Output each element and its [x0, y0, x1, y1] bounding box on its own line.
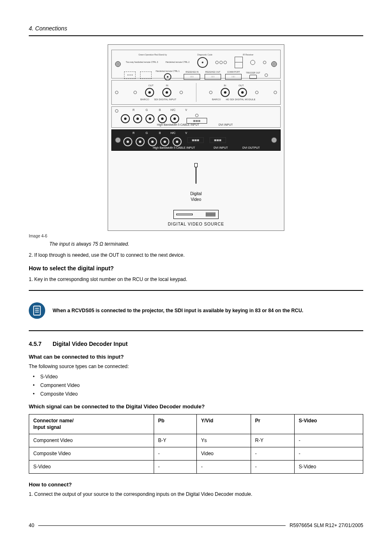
- table-cell: Video: [197, 447, 251, 460]
- bnc-icon: [121, 114, 130, 123]
- label: High Bandwidth 5 CABLE INPUT: [153, 146, 195, 150]
- divider: [29, 290, 363, 291]
- what-intro: The following source types can be connec…: [29, 363, 363, 370]
- table-header: Connector name/ Input signal: [29, 414, 154, 434]
- signal-table: Connector name/ Input signal Pb Y/Vid Pr…: [29, 414, 363, 474]
- bnc-icon: [162, 88, 171, 97]
- led-icon: [224, 61, 227, 64]
- bnc-icon: [136, 137, 145, 146]
- bnc-icon: [221, 88, 230, 97]
- table-cell: S-Video: [29, 460, 154, 473]
- page-number: 40: [29, 522, 34, 529]
- label: DVI INPUT: [214, 146, 228, 150]
- heading-select-digital: How to select the digital input?: [29, 265, 363, 273]
- dvi-port-icon: ▦▦▦: [210, 137, 226, 143]
- label: DVI OUTPUT: [242, 146, 260, 150]
- screw-icon: [115, 137, 121, 143]
- label: BARCO: [212, 98, 221, 101]
- digital-video-source: Digital Video DIGITAL VIDEO SOURCE: [111, 163, 281, 227]
- diagram-row-sdi: OUTIN BARCOSDI DIGITAL INPUT INOUT BARCO…: [111, 80, 281, 105]
- label: High Bandwidth 5 CABLE INPUT: [157, 123, 199, 127]
- label: V: [182, 131, 191, 135]
- serial-port-icon: ∷∷: [184, 74, 200, 80]
- bnc-icon: [145, 114, 154, 123]
- bnc-icon: [145, 88, 154, 97]
- table-header: Pr: [251, 414, 294, 434]
- bnc-icon: [238, 88, 247, 97]
- table-header: S-Video: [294, 414, 363, 434]
- serial-port-icon: ∷∷: [225, 74, 242, 80]
- table-header: Y/Vid: [197, 414, 251, 434]
- label: DVI INPUT: [219, 123, 233, 127]
- page-footer: 40 R5976654 SLM R12+ 27/01/2005: [29, 522, 363, 529]
- bnc-icon: [160, 137, 169, 146]
- heading-what-connected: What can be connected to this input?: [29, 353, 363, 361]
- label: RS232/422 IN: [186, 71, 198, 74]
- image-caption: Image 4-6: [29, 233, 363, 239]
- connection-diagram: Green:Operation Red:Stand-by Diagnostic …: [29, 44, 363, 231]
- led-icon: [215, 61, 219, 64]
- table-cell: R-Y: [251, 434, 294, 447]
- table-row: Composite Video - Video - -: [29, 447, 363, 460]
- table-cell: S-Video: [294, 460, 363, 473]
- label: R: [129, 108, 138, 112]
- note-block: When a RCVDS05 is connected to the proje…: [29, 298, 363, 323]
- led-icon: [219, 61, 223, 64]
- source-caption: DIGITAL VIDEO SOURCE: [111, 221, 281, 227]
- label: HD SDI DIGITAL MODULE: [226, 98, 255, 101]
- diagram-row-5cable-1: R G B H/C V ▦▦▦ High Bandwidth 5 CABLE I…: [111, 106, 281, 128]
- label: Green:Operation Red:Stand-by: [138, 53, 167, 56]
- label: COMM PORT: [227, 71, 240, 74]
- label: Two way hardwired remote CTRL 3: [126, 61, 158, 64]
- table-cell: -: [154, 447, 197, 460]
- hole-icon: [265, 74, 268, 77]
- section-title: Digital Video Decoder Input: [53, 340, 128, 348]
- label: B: [155, 108, 164, 112]
- table-cell: Composite Video: [29, 447, 154, 460]
- bnc-icon: [123, 137, 132, 146]
- label: Hardwired remote CTRL 1: [156, 70, 180, 73]
- label: IN: [166, 84, 168, 87]
- label: B: [155, 131, 164, 135]
- bnc-icon: [170, 114, 179, 123]
- divider: [29, 330, 363, 331]
- termination-note: The input is always 75 Ω terminated.: [49, 241, 363, 248]
- table-row: S-Video - - - S-Video: [29, 460, 363, 473]
- how-step-1: 1. Connect the output of your source to …: [29, 491, 363, 498]
- heading-how-connect: How to connect?: [29, 481, 363, 488]
- bnc-icon: [158, 114, 167, 123]
- label: TRIGGER OUT: [246, 71, 261, 74]
- label: G: [142, 131, 151, 135]
- diagram-row-controls: Green:Operation Red:Stand-by Diagnostic …: [111, 50, 281, 78]
- table-cell: Ys: [197, 434, 251, 447]
- label: IN: [224, 84, 226, 87]
- list-item: S-Video: [29, 373, 363, 381]
- source-type-list: S-Video Component Video Composite Video: [29, 373, 363, 398]
- table-row: Component Video B-Y Ys R-Y -: [29, 434, 363, 447]
- serial-port-icon: ∷∷: [205, 74, 221, 80]
- screw-icon: [115, 61, 121, 67]
- label: H/C: [168, 108, 178, 112]
- bnc-icon: [173, 137, 182, 146]
- screw-icon: [271, 137, 277, 143]
- disc-slot-icon: [176, 214, 193, 215]
- table-header: Pb: [154, 414, 197, 434]
- table-cell: -: [251, 447, 294, 460]
- label: V: [182, 108, 191, 112]
- table-cell: -: [154, 460, 197, 473]
- label: R: [129, 131, 138, 135]
- section-number: 4.5.7: [29, 340, 45, 348]
- cable-label: Digital Video: [111, 191, 281, 203]
- bnc-icon: [133, 114, 142, 123]
- trigger-icon: [249, 75, 257, 79]
- doc-id: R5976654 SLM R12+ 27/01/2005: [290, 522, 363, 529]
- label: G: [142, 108, 151, 112]
- knob-icon: [197, 57, 208, 68]
- knob-icon: [164, 73, 171, 81]
- vent-icon: [206, 212, 216, 216]
- label: Hardwired remote CTRL 2: [166, 61, 189, 64]
- table-cell: -: [294, 447, 363, 460]
- hole-icon: [274, 91, 277, 94]
- list-item: Composite Video: [29, 390, 363, 398]
- table-cell: -: [251, 460, 294, 473]
